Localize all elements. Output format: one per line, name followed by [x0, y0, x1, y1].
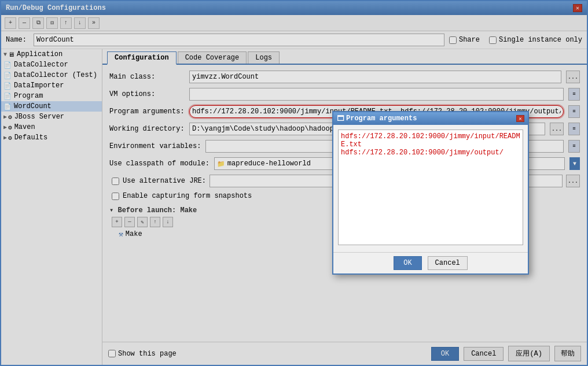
dialog-footer: OK Cancel	[333, 252, 528, 273]
dialog-body	[333, 125, 528, 252]
dialog-overlay: 🗔 Program arguments ✕ OK Cancel	[1, 1, 587, 365]
program-args-dialog: 🗔 Program arguments ✕ OK Cancel	[332, 111, 529, 275]
dialog-title-label: Program arguments	[346, 114, 417, 123]
dialog-title-text: 🗔 Program arguments	[337, 114, 417, 123]
dialog-close-button[interactable]: ✕	[516, 115, 524, 122]
dialog-title-bar: 🗔 Program arguments ✕	[333, 112, 528, 125]
dialog-cancel-button[interactable]: Cancel	[428, 256, 468, 270]
dialog-ok-button[interactable]: OK	[394, 256, 421, 270]
dialog-icon: 🗔	[337, 114, 344, 123]
main-window: Run/Debug Configurations ✕ + — ⧉ ⧈ ↑ ↓ »…	[0, 0, 588, 366]
dialog-textarea[interactable]	[338, 130, 523, 245]
